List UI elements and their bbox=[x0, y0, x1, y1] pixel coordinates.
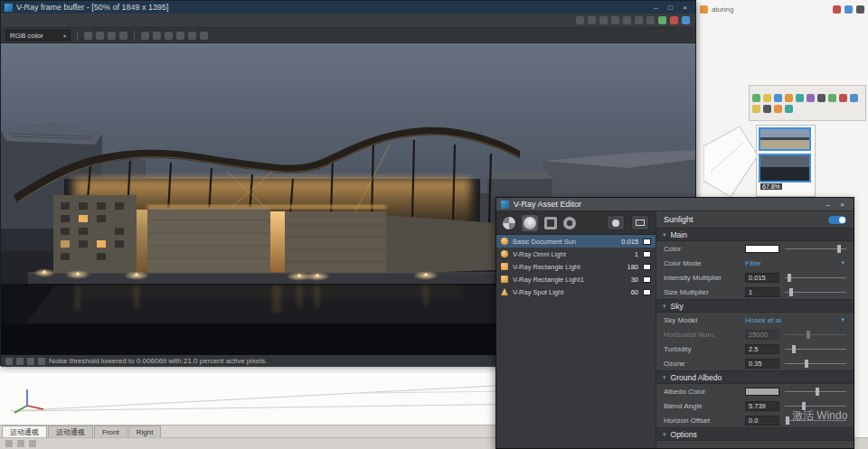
sketchup-top-toolbar: aturing bbox=[696, 0, 868, 18]
help-status-icon[interactable] bbox=[29, 440, 36, 447]
light-color-swatch[interactable] bbox=[643, 239, 651, 245]
maximize-button[interactable]: □ bbox=[664, 2, 677, 14]
load-image-icon[interactable] bbox=[96, 32, 104, 40]
save-image-icon[interactable] bbox=[84, 32, 92, 40]
window-menu-icon[interactable] bbox=[856, 5, 864, 14]
green-channel-icon[interactable] bbox=[153, 32, 161, 40]
light-color-swatch[interactable] bbox=[643, 264, 651, 270]
settings-tool-icon[interactable] bbox=[763, 105, 771, 113]
color-slider[interactable] bbox=[785, 244, 846, 254]
scene-tab-2[interactable]: 运动通视 bbox=[48, 426, 93, 437]
light-list-item[interactable]: V-Ray Spot Light 60 bbox=[496, 285, 656, 298]
red-channel-icon[interactable] bbox=[141, 32, 149, 40]
intensity-input[interactable]: 0.015 bbox=[745, 273, 779, 283]
start-render-icon[interactable] bbox=[658, 16, 666, 24]
lights-tab-icon bbox=[524, 217, 536, 229]
render-preview-thumbnail[interactable] bbox=[759, 154, 811, 182]
material-preview-thumbnail[interactable] bbox=[759, 127, 811, 151]
light-tool-icon[interactable] bbox=[763, 94, 771, 102]
render-button[interactable] bbox=[607, 215, 625, 230]
stop-icon[interactable] bbox=[5, 358, 13, 365]
fog-tool-icon[interactable] bbox=[785, 105, 793, 113]
geolocation-icon[interactable] bbox=[5, 440, 13, 447]
turbidity-slider[interactable] bbox=[785, 344, 846, 354]
copy-image-icon[interactable] bbox=[119, 32, 127, 40]
close-button[interactable]: × bbox=[835, 199, 849, 210]
camera-tool-icon[interactable] bbox=[774, 94, 782, 102]
turbidity-input[interactable]: 2.5 bbox=[745, 344, 779, 354]
light-color-swatch[interactable] bbox=[643, 251, 651, 257]
duplicate-buffer-icon[interactable] bbox=[646, 16, 655, 24]
pause-icon[interactable] bbox=[16, 358, 24, 365]
batch-render-icon[interactable] bbox=[828, 94, 836, 102]
white-balance-icon[interactable] bbox=[200, 32, 208, 40]
scene-tab-right[interactable]: Right bbox=[128, 426, 162, 437]
ozone-slider[interactable] bbox=[785, 359, 846, 369]
texture-tool-icon[interactable] bbox=[774, 105, 782, 113]
setting-row-albedo-color: Albedo Color bbox=[656, 384, 854, 398]
color-swatch[interactable] bbox=[745, 245, 779, 253]
settings-tab-icon[interactable] bbox=[563, 217, 576, 229]
blue-channel-icon[interactable] bbox=[165, 32, 173, 40]
close-button[interactable]: × bbox=[678, 2, 692, 14]
vfb-titlebar[interactable]: V-Ray frame buffer - [50% of 1849 x 1395… bbox=[1, 1, 695, 14]
compare-ab-icon[interactable] bbox=[588, 16, 596, 24]
intensity-slider[interactable] bbox=[785, 273, 846, 283]
track-mouse-icon[interactable] bbox=[623, 16, 631, 24]
section-sky[interactable]: ▾ Sky bbox=[656, 299, 854, 313]
light-list-item[interactable]: V-Ray Rectangle Light1 30 bbox=[496, 273, 656, 285]
section-ground-albedo[interactable]: ▾ Ground Albedo bbox=[656, 370, 854, 384]
asset-editor-titlebar[interactable]: V-Ray Asset Editor – × bbox=[496, 198, 854, 211]
materials-tab-icon[interactable] bbox=[503, 217, 515, 229]
close-toolbar-icon[interactable] bbox=[833, 5, 841, 14]
color-mode-dropdown[interactable]: Filter bbox=[745, 259, 835, 267]
horizontal-illum-input: 25000 bbox=[745, 330, 779, 340]
minimize-button[interactable]: – bbox=[821, 199, 835, 210]
light-color-swatch[interactable] bbox=[643, 289, 651, 295]
section-options[interactable]: ▾ Options bbox=[656, 427, 854, 441]
region-render-icon[interactable] bbox=[611, 16, 619, 24]
stamp-icon[interactable] bbox=[599, 16, 608, 24]
material-tool-icon[interactable] bbox=[785, 94, 793, 102]
lights-tab-selected[interactable] bbox=[522, 215, 538, 231]
light-list-item[interactable]: Basic Document Sun 0.015 bbox=[496, 235, 656, 248]
ozone-input[interactable]: 0.35 bbox=[745, 359, 779, 369]
minimize-button[interactable]: – bbox=[649, 2, 663, 14]
sketchup-tray-panel: 67.8% bbox=[756, 125, 816, 197]
scene-tab-1[interactable]: 运动通视 bbox=[2, 426, 47, 437]
light-list-item[interactable]: V-Ray Rectangle Light 180 bbox=[496, 260, 656, 273]
history-icon[interactable] bbox=[576, 16, 584, 24]
credits-icon[interactable] bbox=[17, 440, 24, 447]
render-settings-icon[interactable] bbox=[682, 16, 690, 24]
extra-tool-icon[interactable] bbox=[817, 94, 826, 102]
stop-render-icon[interactable] bbox=[839, 94, 847, 102]
enabled-toggle[interactable] bbox=[828, 216, 846, 224]
albedo-color-swatch[interactable] bbox=[745, 388, 779, 396]
help-icon[interactable] bbox=[844, 5, 853, 14]
horizon-offset-input[interactable]: 0.0 bbox=[745, 416, 779, 426]
blend-angle-input[interactable]: 5.739 bbox=[745, 401, 779, 411]
frame-buffer-button[interactable] bbox=[631, 215, 649, 230]
extension-puzzle-icon[interactable] bbox=[700, 5, 708, 14]
size-input[interactable]: 1 bbox=[745, 287, 779, 297]
light-color-swatch[interactable] bbox=[643, 276, 651, 283]
albedo-slider[interactable] bbox=[785, 387, 846, 397]
scene-tab-front[interactable]: Front bbox=[94, 426, 127, 437]
pixel-info-icon[interactable] bbox=[635, 16, 643, 24]
size-slider[interactable] bbox=[785, 287, 846, 297]
channel-dropdown[interactable]: RGB color ▾ bbox=[5, 30, 71, 41]
sphere-light-icon[interactable] bbox=[796, 94, 804, 102]
dome-light-icon[interactable] bbox=[807, 94, 815, 102]
light-list-item[interactable]: V-Ray Omni Light 1 bbox=[496, 248, 656, 260]
clear-image-icon[interactable] bbox=[108, 32, 116, 40]
sky-model-dropdown[interactable]: Hosek et al bbox=[745, 316, 835, 324]
frame-buffer-icon[interactable] bbox=[850, 94, 858, 102]
exposure-icon[interactable] bbox=[188, 32, 196, 40]
sun-tool-icon[interactable] bbox=[752, 105, 760, 113]
geometries-tab-icon[interactable] bbox=[544, 217, 557, 229]
section-main[interactable]: ▾ Main bbox=[656, 228, 854, 241]
mono-channel-icon[interactable] bbox=[176, 32, 184, 40]
asset-category-tabs bbox=[496, 211, 656, 235]
render-icon[interactable] bbox=[752, 94, 760, 102]
stop-render-icon[interactable] bbox=[670, 16, 678, 24]
